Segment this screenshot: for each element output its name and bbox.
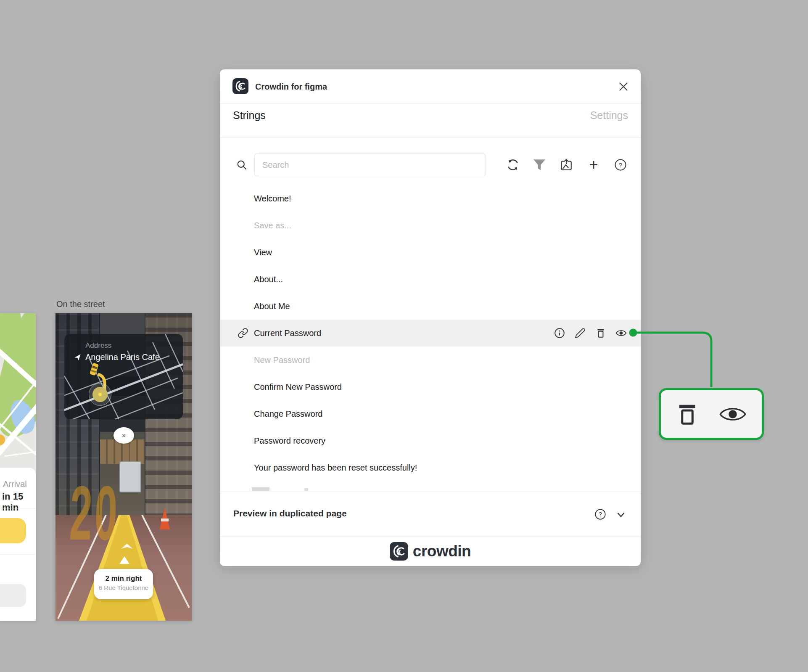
string-label: Current Password bbox=[254, 328, 321, 338]
refresh-icon bbox=[507, 159, 519, 171]
preview-eye-button[interactable] bbox=[615, 328, 627, 339]
preview-dropdown[interactable]: Preview in duplicated page bbox=[233, 508, 347, 519]
add-string-button[interactable]: + bbox=[587, 158, 600, 172]
direction-secondary: 6 Rue Tiquetonne bbox=[94, 584, 153, 591]
svg-text:?: ? bbox=[619, 161, 622, 169]
info-icon bbox=[554, 328, 565, 339]
primary-action-button[interactable] bbox=[0, 518, 26, 543]
help-icon: ? bbox=[614, 159, 627, 171]
actions-zoom-callout bbox=[659, 388, 764, 440]
string-label: Password recovery bbox=[254, 436, 325, 446]
string-row-selected[interactable]: Current Password bbox=[220, 320, 641, 347]
traffic-cone bbox=[160, 508, 170, 529]
refresh-button[interactable] bbox=[506, 158, 520, 172]
string-label: View bbox=[254, 248, 272, 257]
string-row[interactable]: Save as... bbox=[220, 212, 641, 239]
ride-info-panel: Arrival in 15 min bbox=[0, 468, 36, 621]
destination-marker bbox=[89, 383, 111, 406]
taxi-marker bbox=[90, 363, 99, 376]
chevron-down-icon[interactable] bbox=[338, 511, 344, 518]
row-actions bbox=[554, 320, 627, 347]
info-button[interactable] bbox=[554, 328, 565, 339]
arrival-time: in 15 min bbox=[2, 491, 36, 513]
search-icon bbox=[236, 159, 248, 171]
address-value: Angelina Paris Cafe bbox=[85, 352, 160, 362]
string-label: About Me bbox=[254, 302, 290, 311]
string-row[interactable]: Your password has been reset successfull… bbox=[220, 454, 641, 481]
clipped-row-fragment bbox=[304, 488, 308, 491]
search-input[interactable] bbox=[254, 153, 486, 176]
crowdin-wordmark: crowdin bbox=[413, 542, 471, 560]
export-preview-button[interactable] bbox=[560, 158, 573, 172]
export-image-icon bbox=[560, 158, 573, 172]
pencil-icon bbox=[575, 328, 586, 339]
string-row[interactable]: Confirm New Password bbox=[220, 373, 641, 400]
trash-icon-large bbox=[676, 402, 699, 426]
clipped-row-fragment bbox=[252, 487, 269, 491]
road-number-overlay: 20 bbox=[68, 469, 121, 557]
link-icon bbox=[238, 328, 248, 339]
tab-settings[interactable]: Settings bbox=[590, 109, 628, 122]
direction-card-notch bbox=[119, 556, 129, 564]
string-row[interactable]: About Me bbox=[220, 293, 641, 320]
figma-canvas: { "canvas": { "background": "#b5b5b5" },… bbox=[0, 0, 808, 672]
crowdin-logo-icon bbox=[232, 78, 248, 94]
filter-icon bbox=[533, 159, 546, 171]
string-row[interactable]: Welcome! bbox=[220, 185, 641, 212]
frame-title[interactable]: On the street bbox=[56, 299, 105, 309]
string-row[interactable]: Password recovery bbox=[220, 427, 641, 454]
footer-divider bbox=[220, 492, 641, 492]
delete-button[interactable] bbox=[595, 328, 606, 339]
header-divider bbox=[220, 103, 641, 103]
map-app-frame[interactable]: Arrival in 15 min bbox=[0, 313, 36, 621]
svg-text:?: ? bbox=[599, 511, 602, 518]
filter-button[interactable] bbox=[533, 158, 546, 172]
string-label: Save as... bbox=[254, 221, 291, 230]
ar-street-frame[interactable]: 20 × 2 min right 6 Rue Tiquetonne bbox=[55, 313, 192, 621]
string-row[interactable]: New Password bbox=[220, 347, 641, 373]
string-label: About... bbox=[254, 275, 283, 284]
plugin-title: Crowdin for figma bbox=[255, 82, 327, 92]
panel-divider bbox=[0, 554, 36, 555]
string-row[interactable]: Change Password bbox=[220, 400, 641, 427]
string-label: Confirm New Password bbox=[254, 382, 342, 392]
mini-map-streets bbox=[64, 334, 183, 419]
string-label: New Password bbox=[254, 355, 310, 365]
eye-icon bbox=[615, 327, 627, 339]
string-label: Change Password bbox=[254, 409, 322, 419]
navigation-arrow-icon bbox=[74, 353, 82, 362]
address-label: Address bbox=[85, 341, 111, 350]
help-button[interactable]: ? bbox=[614, 158, 627, 172]
string-label: Welcome! bbox=[254, 194, 291, 204]
secondary-action-button[interactable] bbox=[0, 584, 26, 607]
panel-divider bbox=[0, 508, 36, 508]
crowdin-brand: crowdin bbox=[220, 537, 641, 566]
trash-icon bbox=[595, 328, 606, 339]
plus-icon: + bbox=[589, 156, 598, 174]
arrival-label: Arrival bbox=[3, 479, 27, 489]
footer-help-icon[interactable]: ? bbox=[594, 508, 606, 520]
string-label: Your password has been reset successfull… bbox=[254, 463, 417, 473]
strings-list: Welcome! Save as... View About... About … bbox=[220, 185, 641, 481]
crowdin-plugin-window: Crowdin for figma Strings Settings bbox=[220, 69, 641, 566]
close-icon: × bbox=[121, 432, 126, 439]
direction-card: 2 min right 6 Rue Tiquetonne bbox=[94, 569, 153, 599]
string-row[interactable]: About... bbox=[220, 266, 641, 293]
street-truck bbox=[119, 461, 141, 492]
address-map-card: Address Angelina Paris Cafe bbox=[64, 334, 183, 419]
eye-icon-large bbox=[719, 405, 747, 423]
tab-strings[interactable]: Strings bbox=[233, 109, 266, 122]
edit-button[interactable] bbox=[574, 328, 586, 339]
string-row[interactable]: View bbox=[220, 239, 641, 266]
ar-close-button: × bbox=[114, 427, 134, 444]
collapse-chevron-icon[interactable] bbox=[615, 509, 626, 520]
crowdin-logo-icon bbox=[390, 542, 408, 561]
direction-primary: 2 min right bbox=[94, 574, 153, 583]
tabs-divider bbox=[220, 138, 641, 138]
close-icon[interactable] bbox=[618, 81, 629, 92]
